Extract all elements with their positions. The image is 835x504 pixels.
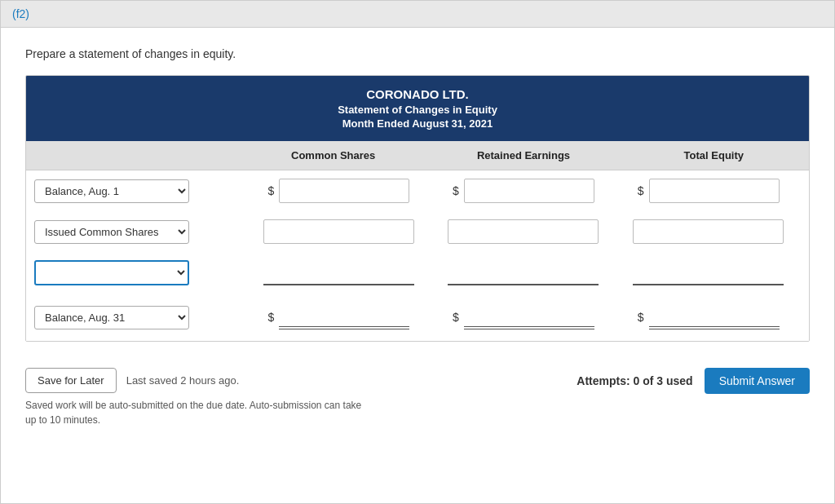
row2-col3-input[interactable] bbox=[633, 219, 784, 244]
footer-left: Save for Later Last saved 2 hours ago. S… bbox=[25, 368, 368, 427]
col-header-label bbox=[26, 149, 238, 161]
footer-right: Attempts: 0 of 3 used Submit Answer bbox=[577, 368, 810, 394]
table-header: CORONADO LTD. Statement of Changes in Eq… bbox=[26, 76, 809, 141]
report-period: Month Ended August 31, 2021 bbox=[34, 117, 801, 130]
row4-col2-input[interactable] bbox=[464, 305, 594, 329]
row2-col3-cell bbox=[616, 219, 801, 244]
f2-link[interactable]: (f2) bbox=[12, 7, 29, 20]
instruction-text: Prepare a statement of changes in equity… bbox=[25, 47, 810, 60]
row2-col2-input[interactable] bbox=[448, 219, 599, 244]
row3-label-cell: Balance, Aug. 1 Issued Common Shares Net… bbox=[34, 260, 246, 285]
attempts-text: Attempts: 0 of 3 used bbox=[577, 374, 692, 387]
row1-col2-cell: $ bbox=[431, 179, 616, 203]
row2-col1-cell bbox=[246, 219, 431, 244]
equity-table: CORONADO LTD. Statement of Changes in Eq… bbox=[25, 75, 810, 342]
row3-col2-cell bbox=[431, 261, 616, 285]
table-row: Balance, Aug. 1 Issued Common Shares Net… bbox=[34, 170, 801, 211]
column-headers: Common Shares Retained Earnings Total Eq… bbox=[26, 141, 809, 170]
row1-col2-input[interactable] bbox=[464, 179, 594, 203]
col-header-retained-earnings: Retained Earnings bbox=[428, 149, 618, 161]
company-name: CORONADO LTD. bbox=[34, 87, 801, 101]
last-saved-text: Last saved 2 hours ago. bbox=[126, 374, 240, 387]
dollar-sign: $ bbox=[267, 311, 274, 324]
row3-col1-input[interactable] bbox=[263, 261, 414, 285]
save-for-later-button[interactable]: Save for Later bbox=[25, 368, 117, 393]
row3-select[interactable]: Balance, Aug. 1 Issued Common Shares Net… bbox=[34, 260, 189, 285]
row4-label-cell: Balance, Aug. 1 Issued Common Shares Net… bbox=[34, 306, 246, 329]
row2-col1-input[interactable] bbox=[263, 219, 414, 244]
row2-select[interactable]: Balance, Aug. 1 Issued Common Shares Net… bbox=[34, 220, 189, 244]
footer: Save for Later Last saved 2 hours ago. S… bbox=[25, 368, 810, 427]
table-row: Balance, Aug. 1 Issued Common Shares Net… bbox=[34, 211, 801, 252]
row1-label-cell: Balance, Aug. 1 Issued Common Shares Net… bbox=[34, 179, 246, 203]
auto-submit-note: Saved work will be auto-submitted on the… bbox=[25, 398, 368, 427]
dollar-sign: $ bbox=[638, 184, 644, 197]
row2-label-cell: Balance, Aug. 1 Issued Common Shares Net… bbox=[34, 220, 246, 244]
row1-col3-cell: $ bbox=[616, 179, 801, 203]
dollar-sign: $ bbox=[453, 184, 459, 197]
col-header-total-equity: Total Equity bbox=[619, 149, 809, 161]
dollar-sign: $ bbox=[453, 311, 459, 324]
row4-col3-cell: $ bbox=[616, 305, 801, 329]
table-body: Balance, Aug. 1 Issued Common Shares Net… bbox=[26, 170, 809, 341]
row1-col1-cell: $ bbox=[246, 179, 431, 203]
row3-col3-input[interactable] bbox=[633, 261, 784, 285]
row3-col2-input[interactable] bbox=[448, 261, 599, 285]
row1-col1-input[interactable] bbox=[279, 179, 409, 203]
row4-col3-input[interactable] bbox=[649, 305, 780, 329]
row1-select[interactable]: Balance, Aug. 1 Issued Common Shares Net… bbox=[34, 179, 189, 203]
report-title: Statement of Changes in Equity bbox=[34, 104, 801, 116]
row4-col1-input[interactable] bbox=[279, 305, 409, 329]
row3-col1-cell bbox=[246, 261, 431, 285]
footer-row1: Save for Later Last saved 2 hours ago. bbox=[25, 368, 368, 393]
row3-col3-cell bbox=[616, 261, 801, 285]
col-header-common-shares: Common Shares bbox=[238, 149, 428, 161]
row4-select[interactable]: Balance, Aug. 1 Issued Common Shares Net… bbox=[34, 306, 189, 329]
table-row: Balance, Aug. 1 Issued Common Shares Net… bbox=[34, 297, 801, 338]
dollar-sign: $ bbox=[267, 184, 274, 197]
table-row: Balance, Aug. 1 Issued Common Shares Net… bbox=[34, 252, 801, 294]
row2-col2-cell bbox=[431, 219, 616, 244]
dollar-sign: $ bbox=[638, 311, 644, 324]
row4-col1-cell: $ bbox=[246, 305, 431, 329]
row4-col2-cell: $ bbox=[431, 305, 616, 329]
row1-col3-input[interactable] bbox=[649, 179, 780, 203]
submit-answer-button[interactable]: Submit Answer bbox=[705, 368, 810, 394]
